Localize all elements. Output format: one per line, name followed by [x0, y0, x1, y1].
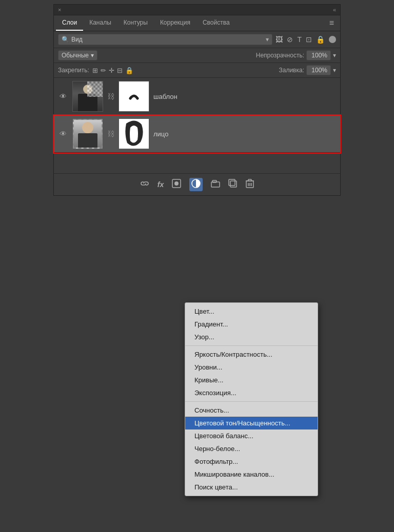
search-input[interactable] [71, 36, 264, 43]
opacity-label: Непрозрачность: [256, 52, 304, 59]
search-icon: 🔍 [62, 36, 69, 43]
chain-icon-lico: ⛓ [107, 130, 114, 138]
layers-spacer [54, 153, 340, 173]
menu-item-black-white[interactable]: Черно-белое... [185, 442, 318, 455]
filter-toolbar: 🔍 ▾ 🖼 ⊘ T ⊡ 🔒 [54, 31, 340, 48]
eye-icon-lico[interactable]: 👁 [58, 130, 68, 138]
text-icon[interactable]: T [297, 35, 302, 44]
transform-icon[interactable]: ⊡ [306, 35, 312, 44]
tab-properties[interactable]: Свойства [196, 15, 236, 31]
tabs-menu-icon[interactable]: ≡ [325, 16, 338, 30]
lock-icons: ⊞ ✏ ✛ ⊟ 🔒 [92, 67, 133, 74]
visibility-toggle[interactable] [329, 36, 336, 43]
chain-icon-shablon: ⛓ [107, 92, 114, 100]
blend-mode-select[interactable]: Обычные ▾ [58, 50, 97, 60]
menu-item-exposure[interactable]: Экспозиция... [185, 386, 318, 399]
lock-position-icon[interactable]: ✛ [109, 67, 114, 74]
menu-group-1: Цвет... Градиент... Узор... [185, 303, 318, 346]
delete-layer-icon[interactable] [246, 179, 254, 190]
fx-icon[interactable]: fx [157, 180, 164, 189]
tab-layers[interactable]: Слои [56, 15, 83, 31]
menu-item-photo-filter[interactable]: Фотофильтр... [185, 455, 318, 468]
layer-thumb-shablon-photo [72, 81, 103, 112]
fill-row: Заливка: 100% ▾ [279, 65, 336, 75]
circle-icon[interactable]: ⊘ [287, 35, 293, 44]
layer-lico-wrapper: 👁 ⛓ [54, 115, 340, 153]
svg-rect-5 [230, 181, 237, 187]
image-icon[interactable]: 🖼 [275, 35, 283, 44]
lock-transparent-icon[interactable]: ⊞ [92, 67, 98, 74]
lock-toolbar: Закрепить: ⊞ ✏ ✛ ⊟ 🔒 Заливка: 100% ▾ [54, 63, 340, 78]
lock-all-icon[interactable]: 🔒 [125, 67, 133, 74]
collapse-icon[interactable]: « [333, 7, 336, 13]
svg-rect-6 [229, 179, 235, 186]
menu-item-pattern[interactable]: Узор... [185, 331, 318, 343]
close-icon[interactable]: × [58, 7, 61, 13]
menu-item-brightness[interactable]: Яркость/Контрастность... [185, 348, 318, 361]
tabs-bar: Слои Каналы Контуры Коррекция Свойства ≡ [54, 15, 340, 31]
lock-pixels-icon[interactable]: ✏ [101, 67, 106, 74]
adjustment-dropdown: Цвет... Градиент... Узор... Яркость/Конт… [185, 302, 318, 496]
layer-thumb-lico-photo [72, 118, 103, 149]
layer-thumb-shablon-mask [119, 81, 149, 112]
layer-shablon-wrapper: 👁 ⛓ [54, 78, 340, 115]
menu-item-hue-saturation[interactable]: Цветовой тон/Насыщенность... [185, 417, 318, 429]
blendmode-toolbar: Обычные ▾ Непрозрачность: 100% ▾ [54, 48, 340, 63]
layer-lico[interactable]: 👁 ⛓ [54, 115, 340, 153]
layer-name-lico: лицо [153, 130, 336, 138]
layer-name-shablon: шаблон [153, 93, 336, 100]
toolbar-icons: 🖼 ⊘ T ⊡ 🔒 [275, 35, 336, 44]
layers-container: 👁 ⛓ [54, 78, 340, 153]
search-box[interactable]: 🔍 ▾ [58, 34, 272, 45]
adjustment-layer-icon[interactable] [189, 178, 203, 191]
lock-label: Закрепить: [58, 67, 89, 74]
opacity-input[interactable]: 100% [306, 50, 331, 60]
menu-group-2: Яркость/Контрастность... Уровни... Кривы… [185, 346, 318, 402]
mask-icon[interactable] [172, 179, 181, 190]
top-bar: × « [54, 5, 340, 15]
layer-shablon[interactable]: 👁 ⛓ [54, 78, 340, 115]
menu-item-color[interactable]: Цвет... [185, 305, 318, 318]
lock-icon[interactable]: 🔒 [316, 35, 325, 44]
menu-group-3: Сочность... Цветовой тон/Насыщенность...… [185, 402, 318, 496]
opacity-row: Непрозрачность: 100% ▾ [256, 50, 336, 60]
menu-item-curves[interactable]: Кривые... [185, 374, 318, 386]
tab-channels[interactable]: Каналы [83, 15, 117, 31]
dropdown-arrow: ▾ [266, 36, 269, 43]
link-layers-icon[interactable] [140, 179, 149, 190]
bottom-toolbar: fx [54, 173, 340, 195]
menu-item-vibrance[interactable]: Сочность... [185, 404, 318, 417]
menu-item-gradient[interactable]: Градиент... [185, 318, 318, 331]
fill-arrow[interactable]: ▾ [333, 67, 336, 74]
menu-item-color-lookup[interactable]: Поиск цвета... [185, 481, 318, 494]
blend-mode-arrow: ▾ [91, 52, 94, 59]
tab-correction[interactable]: Коррекция [154, 15, 196, 31]
layer-thumb-lico-mask [119, 118, 149, 149]
duplicate-layer-icon[interactable] [228, 179, 238, 190]
fill-label: Заливка: [279, 67, 304, 74]
menu-item-color-balance[interactable]: Цветовой баланс... [185, 429, 318, 442]
opacity-arrow[interactable]: ▾ [333, 52, 336, 59]
svg-rect-4 [212, 180, 216, 182]
fill-input[interactable]: 100% [306, 65, 331, 75]
blend-mode-label: Обычные [62, 52, 89, 59]
eye-icon-shablon[interactable]: 👁 [58, 92, 68, 100]
menu-item-levels[interactable]: Уровни... [185, 361, 318, 374]
svg-point-1 [174, 181, 179, 186]
lock-artboard-icon[interactable]: ⊟ [117, 67, 123, 74]
menu-item-channel-mixer[interactable]: Микширование каналов... [185, 468, 318, 481]
new-group-icon[interactable] [211, 179, 220, 190]
tab-paths[interactable]: Контуры [117, 15, 154, 31]
